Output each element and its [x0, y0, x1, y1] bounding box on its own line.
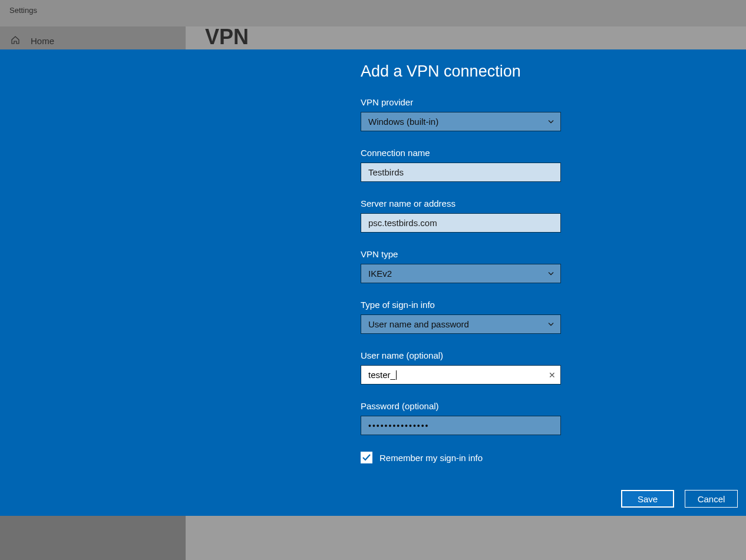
connection-name-value: Testbirds	[368, 167, 404, 177]
add-vpn-dialog: Add a VPN connection VPN provider Window…	[0, 49, 746, 516]
field-vpn-provider: VPN provider Windows (built-in)	[361, 97, 561, 131]
text-caret	[396, 370, 397, 380]
username-value: tester_	[368, 370, 395, 380]
vpn-type-select[interactable]: IKEv2	[361, 264, 561, 283]
field-vpn-type: VPN type IKEv2	[361, 249, 561, 283]
dialog-buttons: Save Cancel	[621, 490, 738, 508]
field-connection-name: Connection name Testbirds	[361, 148, 561, 182]
connection-name-input[interactable]: Testbirds	[361, 163, 561, 182]
field-password: Password (optional) •••••••••••••••	[361, 401, 561, 435]
vpn-provider-select[interactable]: Windows (built-in)	[361, 112, 561, 131]
field-signin-type: Type of sign-in info User name and passw…	[361, 300, 561, 334]
remember-signin-row[interactable]: Remember my sign-in info	[361, 452, 561, 463]
window-titlebar: Settings	[0, 0, 746, 26]
chevron-down-icon	[547, 269, 554, 279]
vpn-provider-label: VPN provider	[361, 97, 561, 107]
connection-name-label: Connection name	[361, 148, 561, 158]
signin-type-value: User name and password	[368, 319, 469, 329]
home-icon	[11, 35, 20, 47]
dialog-form: Add a VPN connection VPN provider Window…	[361, 62, 561, 463]
field-username: User name (optional) tester_ ✕	[361, 350, 561, 385]
server-value: psc.testbirds.com	[368, 218, 437, 228]
dialog-title: Add a VPN connection	[361, 62, 561, 81]
vpn-provider-value: Windows (built-in)	[368, 117, 438, 127]
signin-type-select[interactable]: User name and password	[361, 314, 561, 334]
sidebar-home-label: Home	[31, 36, 54, 46]
field-server: Server name or address psc.testbirds.com	[361, 198, 561, 233]
server-input[interactable]: psc.testbirds.com	[361, 213, 561, 233]
username-input[interactable]: tester_ ✕	[361, 365, 561, 385]
window-title: Settings	[9, 6, 37, 15]
chevron-down-icon	[547, 319, 554, 329]
page-heading: VPN	[205, 25, 249, 49]
save-button-label: Save	[638, 494, 658, 504]
vpn-type-label: VPN type	[361, 249, 561, 259]
checkmark-icon	[362, 453, 371, 462]
password-masked: •••••••••••••••	[368, 421, 430, 430]
vpn-type-value: IKEv2	[368, 269, 392, 279]
username-label: User name (optional)	[361, 350, 561, 360]
server-label: Server name or address	[361, 198, 561, 208]
sidebar-bottom-area	[0, 516, 186, 560]
password-input[interactable]: •••••••••••••••	[361, 416, 561, 435]
remember-checkbox[interactable]	[361, 452, 372, 463]
remember-label: Remember my sign-in info	[379, 453, 483, 463]
cancel-button[interactable]: Cancel	[685, 490, 738, 508]
clear-input-button[interactable]: ✕	[549, 370, 556, 380]
chevron-down-icon	[547, 117, 554, 127]
password-label: Password (optional)	[361, 401, 561, 411]
signin-type-label: Type of sign-in info	[361, 300, 561, 310]
cancel-button-label: Cancel	[698, 494, 725, 504]
save-button[interactable]: Save	[621, 490, 674, 508]
